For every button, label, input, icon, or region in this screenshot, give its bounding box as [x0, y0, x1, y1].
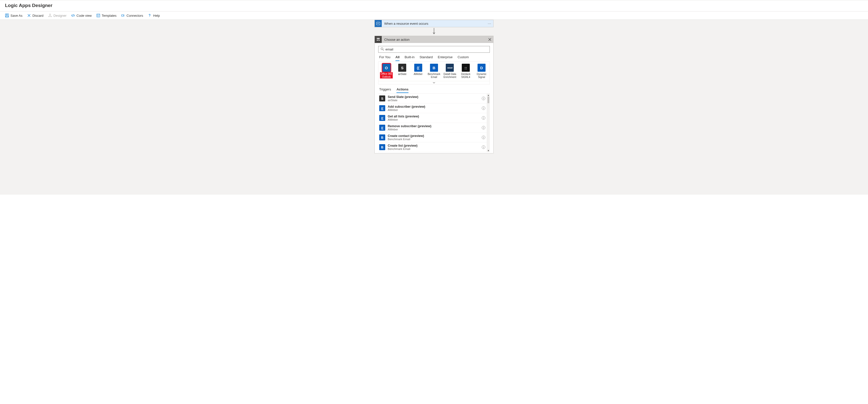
connector-aweber[interactable]: ((AWeber [412, 64, 425, 78]
connector-benchmark-email[interactable]: BBenchmark Email [428, 64, 440, 78]
svg-rect-16 [378, 40, 380, 40]
scope-tab-standard[interactable]: Standard [420, 55, 433, 61]
action-icon [375, 36, 382, 43]
svg-point-17 [381, 48, 383, 50]
discard-button[interactable]: Discard [27, 13, 43, 18]
connector-icon: O [382, 64, 391, 72]
scope-tab-for-you[interactable]: For You [379, 55, 391, 61]
tab-triggers[interactable]: Triggers [379, 88, 391, 93]
svg-rect-1 [6, 16, 8, 17]
action-title: Send Slate (preview) [388, 95, 479, 99]
scope-tab-all[interactable]: All [396, 55, 400, 61]
save-as-button[interactable]: Save As [5, 13, 23, 18]
action-title: Remove subscriber (preview) [388, 125, 479, 128]
svg-rect-9 [122, 15, 124, 16]
scrollbar[interactable]: ▲ ▼ [487, 94, 490, 152]
search-icon [380, 47, 384, 52]
connector-icon: :: [462, 64, 470, 72]
designer-canvas[interactable]: When a resource event occurs ··· Choose … [0, 20, 868, 195]
templates-button[interactable]: Templates [96, 13, 117, 18]
action-connector-icon: (( [379, 105, 385, 111]
connector-label: airSlate [398, 73, 406, 76]
action-connector-icon: B [379, 134, 385, 140]
templates-label: Templates [102, 14, 117, 18]
designer-label: Designer [54, 14, 66, 18]
action-item[interactable]: BCreate contact (preview)Benchmark Email… [378, 133, 487, 142]
scroll-thumb[interactable] [488, 97, 489, 103]
svg-rect-13 [377, 38, 380, 39]
scope-tab-custom[interactable]: Custom [458, 55, 469, 61]
action-title: Get all lists (preview) [388, 115, 479, 118]
tab-actions[interactable]: Actions [397, 88, 408, 93]
discard-label: Discard [33, 14, 43, 18]
connector-label: AWeber [414, 73, 423, 76]
svg-rect-15 [377, 40, 378, 40]
action-item[interactable]: ((Add subscriber (preview)AWeberi [378, 103, 487, 113]
close-panel-button[interactable] [486, 36, 493, 43]
code-icon [71, 13, 75, 18]
connectors-label: Connectors [127, 14, 143, 18]
triggers-actions-tabs: TriggersActions [378, 85, 490, 93]
designer-button: Designer [48, 13, 66, 18]
scroll-track[interactable] [487, 97, 490, 149]
info-icon[interactable]: i [482, 145, 485, 149]
scope-tab-enterprise[interactable]: Enterprise [438, 55, 453, 61]
connector-office-365-outlook[interactable]: OOffice 365 Outlook [380, 64, 393, 78]
designer-icon [48, 13, 52, 18]
action-item[interactable]: ((Remove subscriber (preview)AWeberi [378, 123, 487, 133]
info-icon[interactable]: i [482, 126, 485, 129]
action-title: Create list (preview) [388, 144, 479, 147]
connector-data8-data-enrichment[interactable]: data8Data8 Data Enrichment [443, 64, 456, 78]
trigger-card[interactable]: When a resource event occurs ··· [374, 20, 494, 27]
help-button[interactable]: Help [148, 13, 160, 18]
action-item[interactable]: SSend Slate (preview)airSlatei [378, 94, 487, 103]
panel-header: Choose an action [375, 36, 493, 43]
connector-label: Derdack SIGNL4 [459, 73, 472, 78]
scroll-up-button[interactable]: ▲ [487, 94, 490, 97]
action-subtitle: AWeber [388, 118, 479, 121]
action-connector-icon: S [379, 95, 385, 101]
connector-label: Dynamic Signal [475, 73, 488, 78]
svg-rect-2 [6, 14, 7, 15]
close-icon [27, 13, 31, 18]
connector-icon: S [398, 64, 406, 72]
info-icon[interactable]: i [482, 136, 485, 139]
expand-connectors-button[interactable] [378, 81, 490, 85]
connector-icon: data8 [446, 64, 454, 72]
connector-label: Benchmark Email [428, 73, 440, 78]
svg-line-18 [383, 49, 384, 50]
help-icon [148, 13, 152, 18]
connector-airslate[interactable]: SairSlate [396, 64, 408, 78]
action-subtitle: airSlate [388, 99, 479, 102]
save-as-label: Save As [10, 14, 23, 18]
trigger-more-button[interactable]: ··· [486, 22, 493, 26]
connector-icon: B [430, 64, 438, 72]
action-subtitle: Benchmark Email [388, 138, 479, 141]
flow-arrow [432, 27, 436, 36]
code-view-label: Code view [76, 14, 92, 18]
search-input[interactable] [385, 47, 488, 51]
action-connector-icon: B [379, 144, 385, 150]
panel-title: Choose an action [382, 38, 486, 41]
info-icon[interactable]: i [482, 116, 485, 120]
action-subtitle: AWeber [388, 108, 479, 111]
svg-point-3 [50, 14, 50, 14]
templates-icon [96, 13, 100, 18]
connector-derdack-signl4[interactable]: ::Derdack SIGNL4 [459, 64, 472, 78]
connector-icon: D [477, 64, 486, 72]
code-view-button[interactable]: Code view [71, 13, 92, 18]
action-connector-icon: (( [379, 115, 385, 121]
action-item[interactable]: ((Get all lists (preview)AWeberi [378, 113, 487, 123]
connector-label: Data8 Data Enrichment [443, 73, 456, 78]
info-icon[interactable]: i [482, 97, 485, 100]
search-field[interactable] [378, 46, 490, 53]
action-subtitle: Benchmark Email [388, 147, 479, 150]
info-icon[interactable]: i [482, 106, 485, 110]
scroll-down-button[interactable]: ▼ [487, 149, 490, 152]
connectors-button[interactable]: Connectors [121, 13, 143, 18]
action-connector-icon: (( [379, 125, 385, 131]
action-subtitle: AWeber [388, 128, 479, 131]
action-item[interactable]: BCreate list (preview)Benchmark Emaili [378, 142, 487, 152]
connector-dynamic-signal[interactable]: DDynamic Signal [475, 64, 488, 78]
scope-tab-built-in[interactable]: Built-in [404, 55, 414, 61]
